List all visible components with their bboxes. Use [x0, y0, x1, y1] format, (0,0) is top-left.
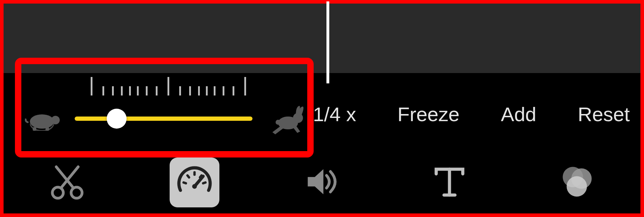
svg-line-13 [183, 182, 186, 183]
editor-toolbar [4, 151, 640, 213]
volume-icon [302, 162, 341, 203]
svg-line-16 [200, 175, 202, 177]
reset-button[interactable]: Reset [578, 103, 630, 126]
svg-rect-2 [33, 127, 36, 131]
app-frame: 1/4 x Freeze Add Reset [0, 0, 644, 217]
timeline-preview[interactable] [4, 4, 640, 73]
filters-tool[interactable] [552, 157, 602, 207]
svg-line-17 [203, 182, 206, 183]
speed-options-row: 1/4 x Freeze Add Reset [313, 100, 630, 128]
text-tool[interactable] [425, 157, 474, 207]
speed-slider[interactable] [25, 102, 306, 130]
svg-point-12 [192, 184, 197, 188]
speed-slider-thumb[interactable] [107, 109, 127, 129]
speedometer-icon [175, 162, 214, 203]
speed-fraction-button[interactable]: 1/4 x [313, 103, 356, 126]
svg-rect-3 [46, 127, 49, 131]
text-icon [430, 162, 469, 203]
speed-ruler [91, 74, 247, 95]
speed-tool[interactable] [170, 157, 219, 207]
filters-icon [557, 162, 596, 203]
volume-tool[interactable] [297, 157, 347, 207]
speed-slider-track [75, 117, 252, 121]
freeze-button[interactable]: Freeze [398, 103, 459, 126]
svg-point-6 [276, 120, 281, 125]
turtle-icon [25, 109, 60, 129]
svg-point-1 [51, 116, 60, 124]
cut-tool[interactable] [42, 157, 92, 207]
timeline-playhead[interactable] [326, 1, 329, 83]
rabbit-icon [270, 106, 306, 131]
add-button[interactable]: Add [501, 103, 537, 126]
svg-point-22 [566, 176, 587, 196]
svg-line-14 [187, 175, 189, 177]
svg-point-0 [30, 114, 54, 129]
scissors-icon [48, 162, 87, 203]
